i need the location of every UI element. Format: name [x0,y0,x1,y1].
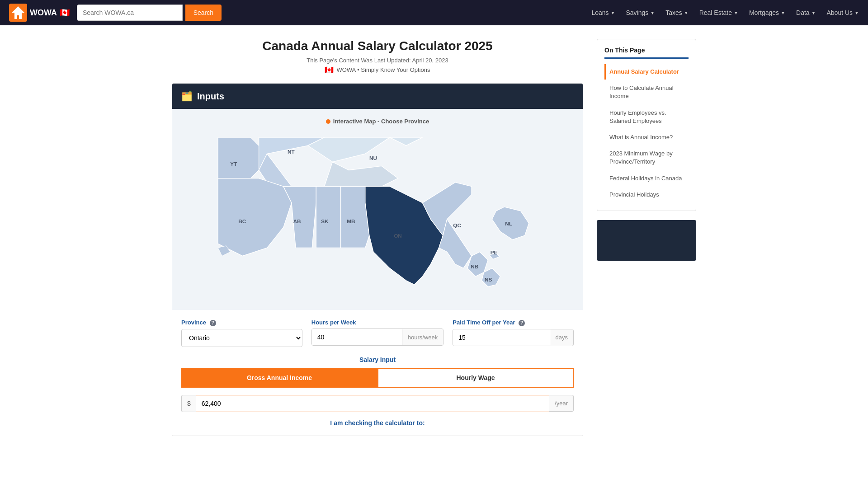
loans-chevron: ▼ [611,10,615,15]
hours-group: Hours per Week hours/week [311,319,443,347]
pto-help-icon[interactable]: ? [519,320,525,326]
sidebar-link-what-is-annual[interactable]: What is Annual Income? [604,130,689,145]
calculator-card: 🗂️ Inputs Interactive Map - Choose Provi… [172,83,583,436]
salary-label: Salary Input [181,356,574,363]
data-chevron: ▼ [811,10,816,15]
logo[interactable]: WOWA 🇨🇦 [9,4,70,22]
province-help-icon[interactable]: ? [210,320,216,326]
pe-label: PE [491,249,498,255]
page-brand: 🇨🇦 WOWA • Simply Know Your Options [172,66,583,74]
nunavut-label: NU [369,155,377,161]
sidebar-link-provincial-holidays[interactable]: Provincial Holidays [604,187,689,202]
checking-text: I am checking the calculator to: [181,419,574,427]
ns-label: NS [485,277,492,282]
on-label: ON [394,233,402,239]
nav-real-estate[interactable]: Real Estate ▼ [699,9,738,16]
bc-province[interactable] [218,178,292,256]
yukon-label: YT [230,161,237,167]
form-section: Province ? Ontario Alberta British Colum… [172,310,583,436]
nav-mortgages[interactable]: Mortgages ▼ [749,9,785,16]
search-bar: Search [77,5,222,21]
qc-label: QC [453,222,461,228]
mortgages-chevron: ▼ [781,10,785,15]
page-title: Canada Annual Salary Calculator 2025 [172,39,583,53]
sk-label: SK [321,218,329,224]
hourly-wage-button[interactable]: Hourly Wage [377,368,574,388]
salary-input-row: $ /year [181,395,574,412]
map-area: Interactive Map - Choose Province YT NT [172,109,583,310]
navbar: WOWA 🇨🇦 Search Loans ▼ Savings ▼ Taxes ▼… [0,0,868,25]
nav-loans[interactable]: Loans ▼ [591,9,615,16]
map-label-text: Interactive Map - Choose Province [333,118,429,125]
on-this-page: On This Page Annual Salary Calculator Ho… [597,39,696,211]
on-page-title: On This Page [604,47,689,59]
nav-taxes[interactable]: Taxes ▼ [665,9,688,16]
nav-about-us[interactable]: About Us ▼ [827,9,859,16]
mb-label: MB [347,218,355,224]
nav-savings[interactable]: Savings ▼ [626,9,655,16]
canada-map-container[interactable]: YT NT NU BC AB [181,129,574,301]
real-estate-chevron: ▼ [734,10,738,15]
logo-icon [9,4,27,22]
hours-input-wrap: hours/week [311,328,443,346]
salary-section: Salary Input Gross Annual Income Hourly … [181,356,574,427]
nwt-label: NT [288,149,295,155]
pto-input-wrap: days [453,329,574,346]
calc-icon: 🗂️ [181,91,193,102]
gross-income-button[interactable]: Gross Annual Income [181,368,377,388]
sask-province[interactable] [316,187,340,248]
pto-group: Paid Time Off per Year ? days [453,319,574,347]
hours-unit: hours/week [402,329,443,345]
canada-map-svg[interactable]: YT NT NU BC AB [181,129,574,301]
nb-label: NB [471,263,478,269]
main-content: Canada Annual Salary Calculator 2025 Thi… [172,39,583,436]
pto-label: Paid Time Off per Year ? [453,319,574,326]
alberta-province[interactable] [283,187,316,248]
about-chevron: ▼ [854,10,859,15]
pto-input[interactable] [453,329,549,346]
hours-label: Hours per Week [311,319,443,326]
hours-input[interactable] [312,329,402,345]
canada-flag: 🇨🇦 [60,8,70,18]
salary-toggle: Gross Annual Income Hourly Wage [181,368,574,388]
form-row-1: Province ? Ontario Alberta British Colum… [181,319,574,347]
page-wrapper: Canada Annual Salary Calculator 2025 Thi… [163,25,705,450]
salary-amount-input[interactable] [196,395,549,412]
logo-text: WOWA [30,8,57,18]
sidebar-link-annual-calculator[interactable]: Annual Salary Calculator [604,64,689,80]
province-label: Province ? [181,319,302,326]
province-group: Province ? Ontario Alberta British Colum… [181,319,302,347]
savings-chevron: ▼ [650,10,655,15]
salary-unit: /year [549,395,574,412]
brand-flag: 🇨🇦 [325,66,334,74]
sidebar: On This Page Annual Salary Calculator Ho… [597,39,696,436]
sidebar-link-hourly-vs-salaried[interactable]: Hourly Employees vs. Salaried Employees [604,105,689,129]
map-dot [326,119,330,124]
pto-unit: days [550,329,573,345]
ab-label: AB [293,218,301,224]
currency-symbol: $ [181,395,196,412]
taxes-chevron: ▼ [684,10,689,15]
search-input[interactable] [77,5,183,21]
calc-header: 🗂️ Inputs [172,84,583,109]
sidebar-advertisement [597,220,696,261]
province-select[interactable]: Ontario Alberta British Columbia Manitob… [181,329,302,347]
nav-links: Loans ▼ Savings ▼ Taxes ▼ Real Estate ▼ … [591,9,859,16]
brand-text: WOWA • Simply Know Your Options [336,66,430,73]
map-label[interactable]: Interactive Map - Choose Province [181,118,574,125]
nav-data[interactable]: Data ▼ [796,9,816,16]
sidebar-link-min-wage[interactable]: 2023 Minimum Wage by Province/Territory [604,146,689,169]
bc-label: BC [238,218,246,224]
nunavut-north[interactable] [308,137,422,162]
page-subtitle: This Page's Content Was Last Updated: Ap… [172,57,583,64]
sidebar-link-how-to-calculate[interactable]: How to Calculate Annual Income [604,80,689,104]
sidebar-link-federal-holidays[interactable]: Federal Holidays in Canada [604,171,689,186]
search-button[interactable]: Search [185,5,222,21]
nl-label: NL [505,221,512,226]
calc-header-text: Inputs [197,91,224,102]
